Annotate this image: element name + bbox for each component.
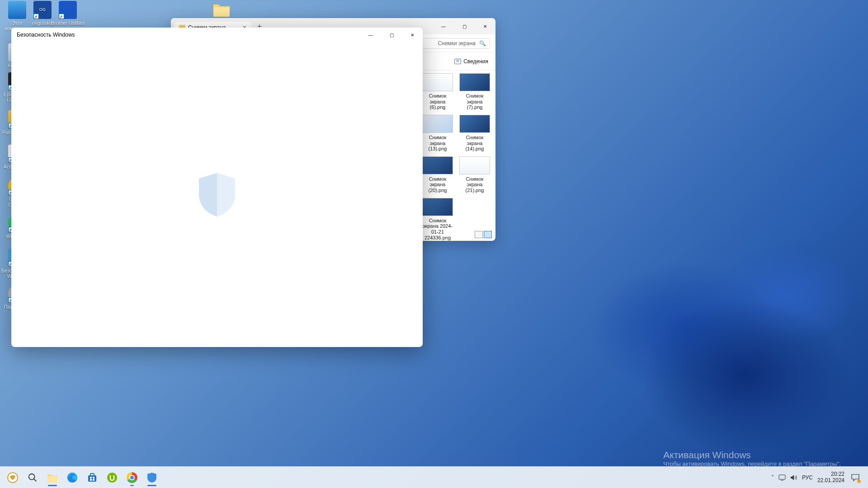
file-item[interactable]: Снимок экрана (7).png	[458, 73, 491, 110]
search-placeholder: Снимки экрана	[438, 40, 476, 47]
svg-point-1	[29, 474, 35, 479]
svg-rect-4	[88, 475, 96, 482]
system-tray[interactable]: ˄ РУС 20:22 22.01.2024	[771, 471, 865, 484]
file-thumbnail	[422, 198, 453, 216]
file-name: Снимок экрана (7).png	[458, 93, 491, 110]
svg-rect-8	[90, 479, 92, 481]
file-thumbnail	[422, 115, 453, 133]
wsec-body	[11, 42, 423, 347]
tray-clock[interactable]: 20:22 22.01.2024	[817, 471, 844, 484]
view-thumbnails-button[interactable]	[484, 231, 492, 238]
taskbar-edge[interactable]	[63, 469, 81, 487]
desktop-icon-brother[interactable]: Brother Utilities	[51, 1, 85, 26]
taskbar-chrome[interactable]	[123, 469, 141, 487]
tray-date: 22.01.2024	[817, 478, 844, 484]
file-item[interactable]: Снимок экрана (21).png	[458, 156, 491, 193]
file-thumbnail	[459, 115, 490, 133]
explorer-minimize-button[interactable]: —	[433, 19, 454, 33]
file-name: Снимок экрана (14).png	[458, 135, 491, 152]
wsec-maximize-button[interactable]: ▢	[381, 28, 402, 42]
file-name: Снимок экрана (20).png	[421, 176, 454, 193]
explorer-view-switch	[475, 231, 492, 238]
start-button[interactable]	[4, 469, 22, 487]
svg-rect-7	[93, 477, 94, 479]
taskbar-store[interactable]	[83, 469, 101, 487]
explorer-maximize-button[interactable]: ▢	[454, 19, 475, 33]
file-name: Снимок экрана (21).png	[458, 176, 491, 193]
activation-watermark: Активация Windows Чтобы активировать Win…	[663, 450, 841, 467]
file-name: Снимок экрана (13).png	[421, 135, 454, 152]
file-item[interactable]: Снимок экрана (6).png	[421, 73, 454, 110]
details-pane-toggle[interactable]: Сведения	[454, 58, 488, 65]
taskbar-utorrent[interactable]	[103, 469, 121, 487]
file-thumbnail	[459, 73, 490, 91]
file-name: Снимок экрана (6).png	[421, 93, 454, 110]
file-thumbnail	[459, 156, 490, 174]
file-item[interactable]: Снимок экрана (20).png	[421, 156, 454, 193]
shield-icon	[197, 172, 237, 217]
taskbar-file-explorer[interactable]	[43, 469, 61, 487]
svg-line-2	[34, 479, 37, 481]
wsec-minimize-button[interactable]: —	[360, 28, 381, 42]
search-icon: 🔍	[479, 40, 486, 47]
svg-rect-11	[779, 475, 785, 479]
desktop-open-folder[interactable]	[212, 2, 231, 17]
label: Brother Utilities	[51, 20, 85, 26]
desktop: Этот компьютер OG ovgorskiy Brother Util…	[0, 0, 868, 488]
svg-rect-5	[90, 474, 94, 476]
tray-notifications[interactable]	[849, 471, 862, 484]
windows-security-window[interactable]: Безопасность Windows — ▢ ✕	[11, 28, 423, 347]
taskbar-search[interactable]	[24, 469, 42, 487]
file-name: Снимок экрана 2024-01-21 224336.png	[421, 218, 454, 241]
svg-point-10	[107, 473, 117, 483]
taskbar[interactable]: ˄ РУС 20:22 22.01.2024	[0, 466, 868, 488]
explorer-close-button[interactable]: ✕	[475, 19, 495, 33]
file-item[interactable]: Снимок экрана (13).png	[421, 115, 454, 152]
label: ovgorskiy	[32, 20, 53, 26]
svg-rect-9	[93, 479, 94, 481]
wsec-title: Безопасность Windows	[17, 32, 75, 38]
file-item[interactable]: Снимок экрана 2024-01-21 224336.png	[421, 198, 454, 241]
view-list-button[interactable]	[475, 231, 483, 238]
wsec-close-button[interactable]: ✕	[402, 28, 423, 42]
watermark-title: Активация Windows	[663, 450, 841, 460]
file-thumbnail	[422, 73, 453, 91]
svg-rect-6	[90, 477, 92, 479]
file-item[interactable]: Снимок экрана (14).png	[458, 115, 491, 152]
details-label: Сведения	[463, 58, 488, 65]
tray-chevron-icon[interactable]: ˄	[771, 474, 774, 481]
tray-time: 20:22	[817, 471, 844, 478]
taskbar-windows-security[interactable]	[143, 469, 161, 487]
wsec-titlebar[interactable]: Безопасность Windows — ▢ ✕	[11, 28, 423, 42]
details-icon	[454, 59, 461, 64]
tray-language[interactable]: РУС	[802, 474, 813, 481]
file-thumbnail	[422, 156, 453, 174]
tray-monitor-icon[interactable]	[778, 474, 786, 481]
tray-volume-icon[interactable]	[790, 474, 797, 481]
